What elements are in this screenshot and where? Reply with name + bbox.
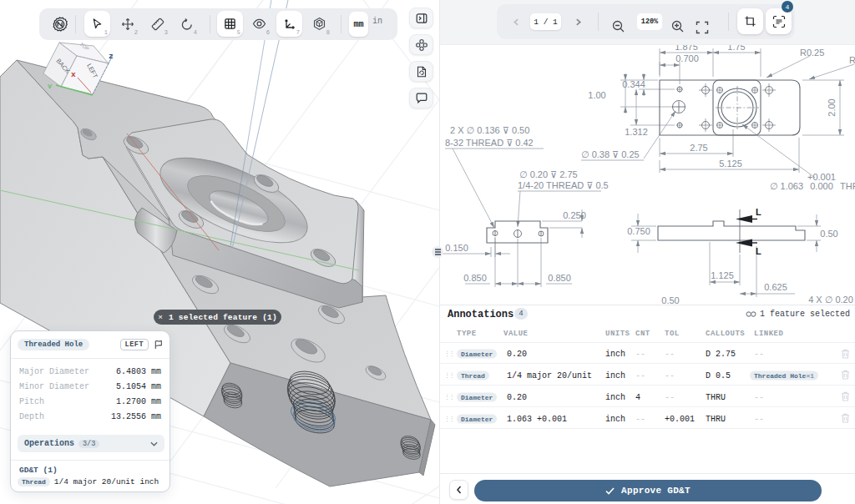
svg-text:2 X ∅ 0.136 ⊽ 0.50: 2 X ∅ 0.136 ⊽ 0.50 — [450, 125, 529, 135]
svg-text:0.850: 0.850 — [548, 273, 571, 283]
svg-text:0.700: 0.700 — [675, 53, 699, 63]
svg-text:∅ 0.38 ⊽ 0.25: ∅ 0.38 ⊽ 0.25 — [581, 149, 640, 159]
svg-text:x: x — [71, 70, 76, 79]
svg-text:1.312: 1.312 — [625, 127, 648, 137]
svg-text:z: z — [109, 52, 114, 61]
svg-text:0.250: 0.250 — [563, 210, 586, 220]
svg-text:0.50: 0.50 — [661, 295, 679, 305]
svg-text:0.625: 0.625 — [764, 282, 787, 292]
svg-text:1.875: 1.875 — [675, 45, 698, 52]
svg-text:0.50: 0.50 — [820, 229, 837, 239]
svg-text:0.850: 0.850 — [463, 273, 487, 283]
svg-text:L: L — [756, 207, 761, 217]
svg-text:1.00: 1.00 — [588, 90, 605, 100]
svg-text:5.125: 5.125 — [719, 159, 742, 169]
svg-text:1/4-20 THREAD ⊽ 0.5: 1/4-20 THREAD ⊽ 0.5 — [518, 180, 609, 190]
svg-text:R0.25: R0.25 — [800, 48, 824, 58]
svg-text:0.150: 0.150 — [445, 243, 468, 253]
svg-text:2.75: 2.75 — [690, 143, 707, 153]
svg-text:0.000: 0.000 — [810, 181, 833, 191]
svg-text:THRU: THRU — [840, 181, 855, 191]
svg-text:1.75: 1.75 — [727, 45, 745, 52]
svg-text:8-32 THREAD ⊽ 0.42: 8-32 THREAD ⊽ 0.42 — [445, 138, 534, 148]
svg-text:v: v — [48, 83, 52, 91]
svg-text:0.750: 0.750 — [627, 226, 650, 236]
svg-text:0.344: 0.344 — [622, 79, 645, 89]
svg-text:R0.25: R0.25 — [849, 55, 855, 65]
svg-text:∅ 0.20 ⊽ 2.75: ∅ 0.20 ⊽ 2.75 — [519, 169, 578, 179]
svg-text:L: L — [756, 246, 761, 256]
svg-text:1.125: 1.125 — [711, 270, 734, 280]
svg-text:∅ 1.063: ∅ 1.063 — [770, 181, 803, 191]
svg-text:2.00: 2.00 — [827, 98, 837, 116]
svg-text:4 X ∅ 0.20: 4 X ∅ 0.20 — [808, 295, 853, 305]
